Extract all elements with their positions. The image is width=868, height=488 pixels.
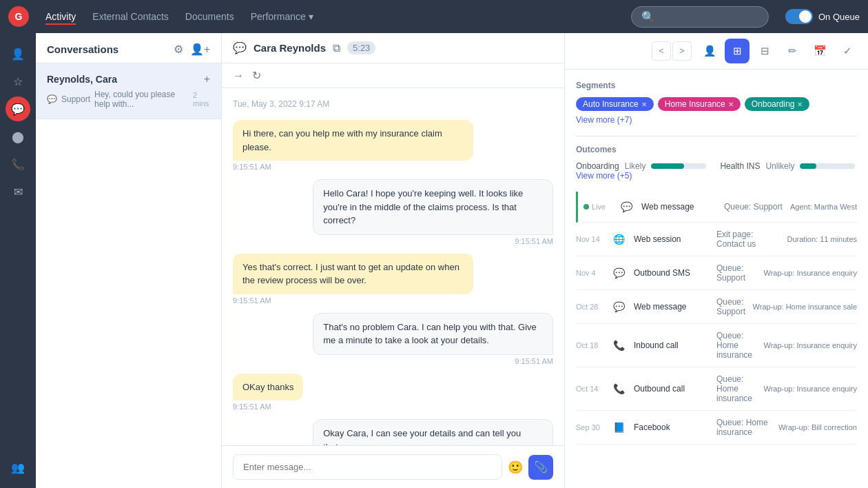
conv-item-preview: 💬 Support Hey, could you please help wit… <box>47 90 210 109</box>
activity-date-nov14: Nov 14 <box>576 235 603 243</box>
activity-item-nov14: Nov 14 🌐 Web session Exit page: Contact … <box>576 223 857 256</box>
conversations-header-icons: ⚙ 👤+ <box>174 43 210 56</box>
history-button[interactable]: ⊟ <box>752 39 777 63</box>
activity-item-oct14: Oct 14 📞 Outbound call Queue: Home insur… <box>576 367 857 411</box>
sidebar-item-chat[interactable]: 💬 <box>6 96 30 121</box>
edit-button[interactable]: ✏ <box>780 39 805 63</box>
activity-date-nov4: Nov 4 <box>576 269 603 277</box>
search-bar[interactable]: 🔍 <box>631 6 769 28</box>
search-input[interactable] <box>661 12 758 22</box>
activity-type-facebook: Facebook <box>634 423 710 432</box>
add-conv-icon[interactable]: + <box>204 73 210 85</box>
activity-queue-oct28: Queue: Support <box>716 297 746 316</box>
message-5: OKay thanks 9:15:51 AM <box>233 374 303 411</box>
conversations-header: Conversations ⚙ 👤+ <box>36 33 221 63</box>
activity-item-sep30: Sep 30 📘 Facebook Queue: Home insurance … <box>576 411 857 445</box>
activity-item-live: Live 💬 Web message Queue: Support Agent:… <box>576 192 857 223</box>
outcome-health: Health INS Unlikely <box>720 161 855 171</box>
attach-button[interactable]: 📎 <box>528 455 553 480</box>
conversation-item[interactable]: Reynolds, Cara + 💬 Support Hey, could yo… <box>36 63 221 119</box>
activity-date-oct14: Oct 14 <box>576 385 603 393</box>
msg-time-1: 9:15:51 AM <box>233 163 473 171</box>
conv-item-name: Reynolds, Cara <box>47 74 117 85</box>
nav-activity[interactable]: Activity <box>45 8 76 25</box>
activity-type-outbound-sms: Outbound SMS <box>634 268 710 278</box>
chat-sub-header: → ↻ <box>222 63 564 88</box>
msg-bubble-outgoing-2: Hello Cara! I hope you're keeping well. … <box>313 179 553 235</box>
segments-button[interactable]: ⊞ <box>725 39 750 63</box>
segments-view-more[interactable]: View more (+7) <box>576 115 857 125</box>
on-queue-toggle[interactable]: On Queue <box>785 9 860 24</box>
nav-prev-button[interactable]: < <box>652 41 671 61</box>
activity-icon-outbound-call: 📞 <box>610 380 627 397</box>
message-input[interactable] <box>233 454 502 480</box>
tag-label-onboarding: Onboarding <box>752 99 795 109</box>
nav-external-contacts[interactable]: External Contacts <box>92 8 169 25</box>
app-logo: G <box>8 6 29 27</box>
refresh-icon[interactable]: ↻ <box>252 69 261 82</box>
tag-label-home: Home Insurance <box>665 99 725 109</box>
activity-type-web-session: Web session <box>634 234 710 244</box>
msg-bubble-incoming-5: OKay thanks <box>233 374 303 401</box>
activity-icon-web-session: 🌐 <box>610 231 627 247</box>
sidebar-item-phone[interactable]: 📞 <box>6 152 30 176</box>
outcomes-section: Outcomes Onboarding Likely Health INS Un… <box>576 145 857 181</box>
on-queue-switch[interactable] <box>785 9 813 24</box>
chat-area: 💬 Cara Reynolds ⧉ 5:23 → ↻ Tue, May 3, 2… <box>222 33 565 488</box>
settings-icon[interactable]: ⚙ <box>174 43 183 56</box>
outcomes-view-more[interactable]: View more (+5) <box>576 171 857 181</box>
conv-chat-icon: 💬 <box>47 94 57 104</box>
activity-type-outbound-call: Outbound call <box>634 384 710 394</box>
tag-close-home[interactable]: ✕ <box>728 101 734 108</box>
outcome-bar-fill-health <box>800 163 816 169</box>
activity-date-oct28: Oct 28 <box>576 303 603 311</box>
tag-close-auto[interactable]: ✕ <box>641 101 647 108</box>
activity-date-sep30: Sep 30 <box>576 423 603 431</box>
conversations-title: Conversations <box>47 43 118 55</box>
nav-arrows: < > <box>652 41 692 61</box>
copy-icon[interactable]: ⧉ <box>333 42 340 54</box>
tag-auto-insurance: Auto Insurance ✕ <box>576 97 654 111</box>
chat-contact-name: Cara Reynolds <box>254 42 326 54</box>
sidebar-item-inbox[interactable]: ⬤ <box>6 124 30 149</box>
tag-close-onboarding[interactable]: ✕ <box>797 101 803 108</box>
activity-type-web-message-2: Web message <box>634 302 710 312</box>
activity-icon-facebook: 📘 <box>610 419 627 436</box>
chat-messages: Tue, May 3, 2022 9:17 AM Hi there, can y… <box>222 88 564 445</box>
agent-info-live: Agent: Martha West <box>790 203 857 211</box>
nav-next-button[interactable]: > <box>672 41 692 61</box>
checklist-button[interactable]: ✓ <box>835 39 860 63</box>
sidebar-item-star[interactable]: ☆ <box>6 69 30 94</box>
add-contact-icon[interactable]: 👤+ <box>190 43 210 56</box>
activity-queue-oct14: Queue: Home insurance <box>716 374 756 403</box>
emoji-button[interactable]: 🙂 <box>508 460 523 475</box>
msg-time-5: 9:15:51 AM <box>233 403 303 411</box>
sidebar-item-message[interactable]: ✉ <box>6 179 30 204</box>
activity-date-oct18: Oct 18 <box>576 341 603 349</box>
forward-icon[interactable]: → <box>233 70 244 82</box>
message-3: Yes that's correct. I just want to get a… <box>233 254 473 305</box>
live-dot <box>583 204 589 210</box>
segments-title: Segments <box>576 81 857 90</box>
nav-performance[interactable]: Performance ▾ <box>251 8 313 25</box>
chat-header: 💬 Cara Reynolds ⧉ 5:23 <box>222 33 564 63</box>
conv-item-header: Reynolds, Cara + <box>47 73 210 85</box>
nav-documents[interactable]: Documents <box>185 8 234 25</box>
calendar-button[interactable]: 📅 <box>807 39 832 63</box>
top-navigation: G Activity External Contacts Documents P… <box>0 0 868 33</box>
activity-queue-nov14: Exit page: Contact us <box>716 230 781 249</box>
outcome-label-health: Health INS <box>720 161 760 171</box>
sidebar-item-contacts[interactable]: 👥 <box>6 455 30 480</box>
activity-date-live: Live <box>583 203 611 211</box>
contact-info-button[interactable]: 👤 <box>697 39 722 63</box>
activity-icon-web-message: 💬 <box>618 199 634 215</box>
conv-preview-text: Hey, could you please help with... <box>94 90 189 109</box>
main-content: 👤 ☆ 💬 ⬤ 📞 ✉ 👥 Conversations ⚙ 👤+ Reynold… <box>0 33 868 488</box>
activity-wrap-oct18: Wrap-up: Insurance enquiry <box>763 341 857 349</box>
message-4: That's no problem Cara. I can help you w… <box>313 313 553 365</box>
activity-wrap-nov4: Wrap-up: Insurance enquiry <box>763 269 857 277</box>
chat-timer: 5:23 <box>347 41 375 54</box>
tag-onboarding: Onboarding ✕ <box>745 97 810 111</box>
divider-1 <box>576 136 857 136</box>
sidebar-item-user[interactable]: 👤 <box>6 41 30 66</box>
